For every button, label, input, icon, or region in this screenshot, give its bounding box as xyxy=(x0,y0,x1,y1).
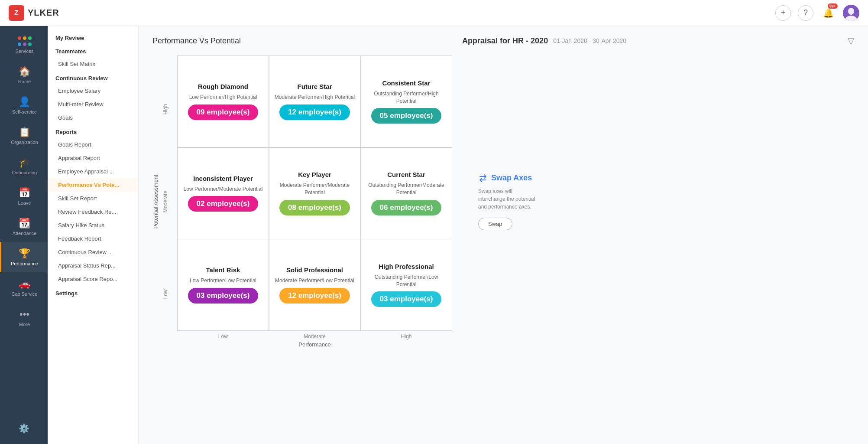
cell-subtitle: Outstanding Performer/Low Potential xyxy=(366,274,447,288)
sidebar-item-home[interactable]: 🏠 Home xyxy=(0,60,48,90)
settings-icon: ⚙️ xyxy=(19,423,29,434)
nav-feedback-report[interactable]: Feedback Report xyxy=(48,232,138,245)
cell-title: High Professional xyxy=(379,263,434,270)
nav-employee-appraisal[interactable]: Employee Appraisal ... xyxy=(48,165,138,178)
employee-count-badge[interactable]: 02 employee(s) xyxy=(188,196,259,212)
cell-solid-professional[interactable]: Solid Professional Moderate Performer/Lo… xyxy=(269,239,360,330)
y-axis-area: Potential Assessment High Moderate Low xyxy=(152,56,170,348)
employee-count-badge[interactable]: 06 employee(s) xyxy=(371,200,442,215)
nav-continuous-review-header[interactable]: Continuous Review xyxy=(48,71,138,84)
organization-icon: 📋 xyxy=(19,127,30,138)
x-tick-high: High xyxy=(360,333,452,340)
swap-axes-panel: Swap Axes Swap axes will interchange the… xyxy=(470,56,547,348)
x-axis-ticks: Low Moderate High xyxy=(177,331,452,340)
nav-appraisal-score[interactable]: Appraisal Score Repo... xyxy=(48,272,138,286)
swap-axes-title: Swap Axes xyxy=(478,173,532,183)
cell-consistent-star[interactable]: Consistent Star Outstanding Performer/Hi… xyxy=(361,56,452,147)
leave-icon: 📅 xyxy=(19,187,30,199)
sidebar-item-more[interactable]: ••• More xyxy=(0,303,48,333)
self-service-label: Self-service xyxy=(12,109,37,114)
main-content: Performance Vs Potential Appraisal for H… xyxy=(139,26,868,444)
sidebar-item-self-service[interactable]: 👤 Self-service xyxy=(0,90,48,121)
logo-letter: Z xyxy=(14,9,19,17)
cell-high-professional[interactable]: High Professional Outstanding Performer/… xyxy=(361,239,452,330)
cell-future-star[interactable]: Future Star Moderate Performer/High Pote… xyxy=(269,56,360,147)
nav-settings[interactable]: Settings xyxy=(48,286,138,299)
sidebar-item-attendance[interactable]: 📆 Attendance xyxy=(0,212,48,242)
y-tick-moderate: Moderate xyxy=(162,155,168,248)
cell-title: Key Player xyxy=(298,171,331,178)
employee-count-badge[interactable]: 12 employee(s) xyxy=(279,104,350,120)
nav-skill-set-report[interactable]: Skill Set Report xyxy=(48,192,138,205)
employee-count-badge[interactable]: 03 employee(s) xyxy=(371,291,442,307)
cell-current-star[interactable]: Current Star Outstanding Performer/Moder… xyxy=(361,148,452,239)
add-button[interactable]: + xyxy=(775,5,791,21)
services-dots xyxy=(18,36,32,40)
cell-rough-diamond[interactable]: Rough Diamond Low Performer/High Potenti… xyxy=(178,56,269,147)
cell-talent-risk[interactable]: Talent Risk Low Performer/Low Potential … xyxy=(178,239,269,330)
filter-icon[interactable]: ▽ xyxy=(848,36,854,46)
nine-box-grid: Rough Diamond Low Performer/High Potenti… xyxy=(177,56,452,331)
nav-employee-salary[interactable]: Employee Salary xyxy=(48,84,138,98)
employee-count-badge[interactable]: 03 employee(s) xyxy=(188,288,259,304)
performance-icon: 🏆 xyxy=(19,248,30,259)
cell-title: Solid Professional xyxy=(286,266,343,274)
nav-reports-header[interactable]: Reports xyxy=(48,124,138,138)
nav-continuous-review-report[interactable]: Continuous Review ... xyxy=(48,245,138,259)
top-bar: Z YLKER + ? 🔔 99+ xyxy=(0,0,868,26)
sidebar-item-cab-service[interactable]: 🚗 Cab Service xyxy=(0,272,48,303)
help-button[interactable]: ? xyxy=(798,5,813,21)
y-tick-high: High xyxy=(162,63,168,155)
cell-subtitle: Low Performer/High Potential xyxy=(189,94,257,101)
nav-appraisal-status[interactable]: Appraisal Status Rep... xyxy=(48,259,138,272)
sidebar-item-performance[interactable]: 🏆 Performance xyxy=(0,242,48,272)
cell-key-player[interactable]: Key Player Moderate Performer/Moderate P… xyxy=(269,148,360,239)
page-header: Performance Vs Potential Appraisal for H… xyxy=(139,26,868,51)
settings-icon-item[interactable]: ⚙️ xyxy=(19,417,29,440)
grid-wrapper: Potential Assessment High Moderate Low R… xyxy=(139,51,868,356)
grid-and-xaxis: Rough Diamond Low Performer/High Potenti… xyxy=(177,56,452,348)
x-axis-label: Performance xyxy=(177,341,452,348)
user-avatar[interactable] xyxy=(843,5,859,21)
cell-title: Future Star xyxy=(297,83,332,90)
nav-my-review[interactable]: My Review xyxy=(48,30,138,44)
services-label: Services xyxy=(15,49,33,54)
sidebar-icons: Services 🏠 Home 👤 Self-service 📋 Organiz… xyxy=(0,26,48,444)
performance-label: Performance xyxy=(11,261,38,266)
nav-goals[interactable]: Goals xyxy=(48,111,138,124)
nav-skill-set-matrix[interactable]: Skill Set Matrix xyxy=(48,57,138,71)
attendance-icon: 📆 xyxy=(19,218,30,229)
sidebar-item-organization[interactable]: 📋 Organization xyxy=(0,121,48,151)
sidebar-item-leave[interactable]: 📅 Leave xyxy=(0,181,48,212)
cell-inconsistent-player[interactable]: Inconsistent Player Low Performer/Modera… xyxy=(178,148,269,239)
cell-subtitle: Moderate Performer/High Potential xyxy=(275,94,355,101)
cell-title: Talent Risk xyxy=(206,266,240,274)
self-service-icon: 👤 xyxy=(19,96,30,108)
cell-subtitle: Low Performer/Low Potential xyxy=(190,277,256,284)
cab-icon: 🚗 xyxy=(19,278,30,290)
nav-review-feedback[interactable]: Review Feedback Re... xyxy=(48,205,138,219)
employee-count-badge[interactable]: 09 employee(s) xyxy=(188,104,259,120)
sidebar-item-onboarding[interactable]: 🎓 Onboarding xyxy=(0,151,48,181)
swap-button[interactable]: Swap xyxy=(478,218,512,230)
nav-multi-rater-review[interactable]: Multi-rater Review xyxy=(48,98,138,111)
cell-title: Consistent Star xyxy=(382,79,431,87)
app-container: Z YLKER + ? 🔔 99+ xyxy=(0,0,868,444)
nav-teammates[interactable]: Teammates xyxy=(48,44,138,57)
notification-button[interactable]: 🔔 99+ xyxy=(820,5,836,21)
swap-icon xyxy=(478,173,488,183)
home-icon: 🏠 xyxy=(19,66,30,77)
cell-subtitle: Moderate Performer/Low Potential xyxy=(275,277,354,284)
svg-point-1 xyxy=(848,8,854,15)
employee-count-badge[interactable]: 05 employee(s) xyxy=(371,108,442,124)
nav-appraisal-report[interactable]: Appraisal Report xyxy=(48,151,138,165)
sidebar-item-services[interactable]: Services xyxy=(0,30,48,60)
logo-icon: Z xyxy=(9,5,24,21)
employee-count-badge[interactable]: 12 employee(s) xyxy=(279,288,350,304)
nav-salary-hike-status[interactable]: Salary Hike Status xyxy=(48,219,138,232)
nav-performance-vs-potential[interactable]: Performance Vs Pote... xyxy=(48,178,138,192)
notification-badge: 99+ xyxy=(828,3,838,9)
employee-count-badge[interactable]: 08 employee(s) xyxy=(279,200,350,215)
nav-goals-report[interactable]: Goals Report xyxy=(48,138,138,151)
onboarding-label: Onboarding xyxy=(12,170,37,175)
